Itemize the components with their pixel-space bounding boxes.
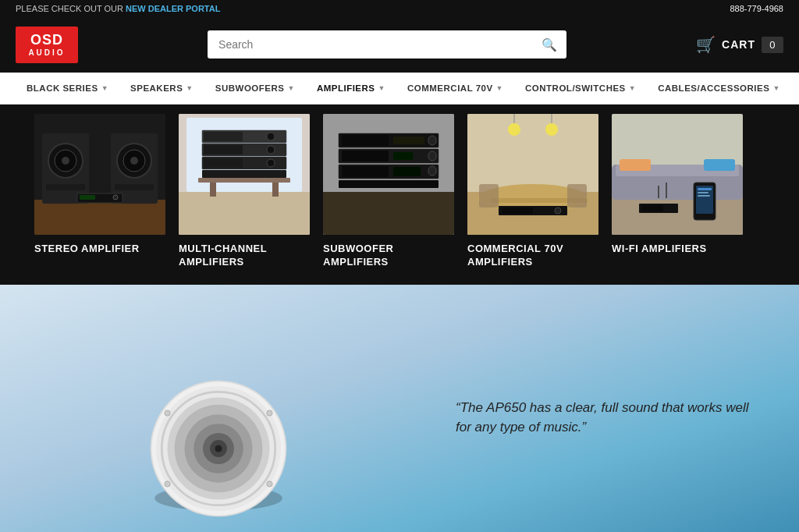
- svg-rect-13: [80, 195, 95, 200]
- chevron-down-icon: ▼: [378, 84, 385, 92]
- nav-item-speakers[interactable]: SPEAKERS ▼: [119, 73, 204, 104]
- wifi-amp-image: [612, 114, 743, 235]
- svg-rect-46: [428, 166, 436, 176]
- svg-rect-16: [179, 192, 310, 235]
- svg-point-57: [555, 207, 561, 214]
- svg-rect-56: [502, 207, 533, 214]
- svg-rect-38: [428, 136, 436, 145]
- svg-rect-74: [698, 195, 710, 197]
- chevron-down-icon: ▼: [496, 84, 503, 92]
- nav-item-amplifiers[interactable]: AMPLIFIERS ▼: [306, 73, 396, 104]
- svg-point-59: [545, 123, 558, 136]
- nav-item-my-account[interactable]: MY ACCOUNT: [791, 73, 799, 104]
- svg-rect-36: [342, 135, 389, 146]
- chevron-down-icon: ▼: [629, 84, 636, 92]
- svg-rect-37: [393, 137, 424, 144]
- search-input[interactable]: [208, 30, 566, 59]
- svg-rect-30: [210, 183, 216, 197]
- sub-amp-image: [323, 114, 454, 235]
- svg-point-21: [267, 159, 275, 167]
- mega-item-stereo[interactable]: STEREO AMPLIFIER: [28, 105, 172, 285]
- chevron-down-icon: ▼: [772, 84, 779, 92]
- svg-rect-53: [479, 184, 499, 207]
- mega-item-sub-amp[interactable]: SUBWOOFER AMPLIFIERS: [317, 105, 461, 285]
- cart-icon: 🛒: [696, 35, 716, 54]
- svg-rect-47: [339, 180, 439, 188]
- svg-rect-73: [698, 192, 708, 193]
- nav-label-control-switches: CONTROL/SWITCHES: [525, 83, 626, 93]
- svg-point-27: [267, 133, 275, 140]
- svg-rect-72: [698, 188, 712, 190]
- svg-rect-45: [393, 167, 421, 176]
- phone-number: 888-779-4968: [730, 4, 783, 13]
- svg-rect-66: [620, 159, 651, 171]
- search-button[interactable]: 🔍: [532, 30, 566, 59]
- nav-item-cables[interactable]: CABLES/ACCESSORIES ▼: [647, 73, 791, 104]
- nav-item-control-switches[interactable]: CONTROL/SWITCHES ▼: [514, 73, 647, 104]
- chevron-down-icon: ▼: [287, 84, 294, 92]
- svg-point-91: [267, 481, 272, 486]
- svg-point-14: [113, 195, 118, 200]
- svg-point-87: [215, 445, 222, 452]
- nav-item-black-series[interactable]: BLACK SERIES ▼: [16, 73, 119, 104]
- logo-line1: OSD: [25, 33, 69, 48]
- svg-rect-29: [198, 178, 290, 183]
- cart-area[interactable]: 🛒 CART 0: [696, 35, 783, 54]
- hero-section: “The AP650 has a clear, full sound that …: [0, 285, 799, 532]
- svg-rect-40: [342, 151, 389, 161]
- cart-label: CART: [722, 38, 755, 51]
- svg-rect-31: [272, 183, 279, 197]
- notice-prefix: PLEASE CHECK OUT OUR: [16, 4, 126, 13]
- nav-label-amplifiers: AMPLIFIERS: [317, 83, 375, 93]
- nav-label-commercial-70v: COMMERCIAL 70V: [407, 83, 493, 93]
- svg-rect-23: [204, 145, 243, 154]
- logo[interactable]: OSD AUDIO: [16, 27, 78, 63]
- chevron-down-icon: ▼: [101, 84, 108, 92]
- hero-quote-area: “The AP650 has a clear, full sound that …: [456, 397, 752, 437]
- nav-item-commercial-70v[interactable]: COMMERCIAL 70V ▼: [396, 73, 514, 104]
- svg-point-5: [62, 157, 69, 165]
- top-bar: PLEASE CHECK OUT OUR NEW DEALER PORTAL 8…: [0, 0, 799, 17]
- svg-point-10: [130, 157, 138, 165]
- header: OSD AUDIO 🔍 🛒 CART 0: [0, 17, 799, 73]
- svg-rect-54: [567, 184, 587, 207]
- svg-rect-1: [34, 200, 165, 235]
- logo-line2: AUDIO: [25, 48, 69, 57]
- dealer-portal-link[interactable]: NEW DEALER PORTAL: [126, 4, 220, 13]
- hero-product-image: [140, 355, 297, 532]
- search-bar: 🔍: [208, 30, 566, 59]
- svg-rect-42: [428, 151, 436, 161]
- svg-point-58: [508, 123, 520, 136]
- nav-label-subwoofers: SUBWOOFERS: [215, 83, 285, 93]
- nav-label-cables: CABLES/ACCESSORIES: [658, 83, 769, 93]
- nav-label-speakers: SPEAKERS: [130, 83, 183, 93]
- chevron-down-icon: ▼: [186, 84, 193, 92]
- svg-rect-6: [46, 184, 85, 190]
- nav-item-subwoofers[interactable]: SUBWOOFERS ▼: [204, 73, 306, 104]
- svg-rect-34: [323, 192, 454, 235]
- top-bar-notice: PLEASE CHECK OUT OUR NEW DEALER PORTAL: [16, 4, 220, 13]
- svg-point-90: [165, 481, 170, 486]
- mega-item-commercial[interactable]: COMMERCIAL 70V AMPLIFIERS: [461, 105, 605, 285]
- stereo-amp-image: [34, 114, 165, 235]
- stereo-amp-label: STEREO AMPLIFIER: [34, 243, 166, 256]
- svg-rect-44: [342, 166, 389, 177]
- commercial-amp-image: [467, 114, 598, 235]
- wifi-amp-label: WI-FI AMPLIFIERS: [612, 243, 744, 256]
- hero-quote-text: “The AP650 has a clear, full sound that …: [456, 397, 752, 437]
- nav-label-black-series: BLACK SERIES: [27, 83, 98, 93]
- svg-rect-28: [202, 170, 286, 178]
- svg-rect-63: [612, 196, 743, 235]
- multi-amp-image: [179, 114, 310, 235]
- svg-point-24: [267, 146, 275, 154]
- search-icon: 🔍: [542, 38, 557, 51]
- amplifiers-dropdown: STEREO AMPLIFIER: [0, 105, 799, 285]
- mega-item-multi[interactable]: MULTI-CHANNEL AMPLIFIERS: [172, 105, 317, 285]
- svg-rect-41: [393, 152, 413, 160]
- cart-count: 0: [762, 37, 783, 53]
- mega-item-wifi[interactable]: WI-FI AMPLIFIERS: [605, 105, 750, 285]
- svg-rect-26: [204, 132, 243, 141]
- main-nav: BLACK SERIES ▼ SPEAKERS ▼ SUBWOOFERS ▼ A…: [0, 73, 799, 105]
- commercial-amp-label: COMMERCIAL 70V AMPLIFIERS: [467, 243, 599, 269]
- svg-rect-11: [115, 184, 154, 190]
